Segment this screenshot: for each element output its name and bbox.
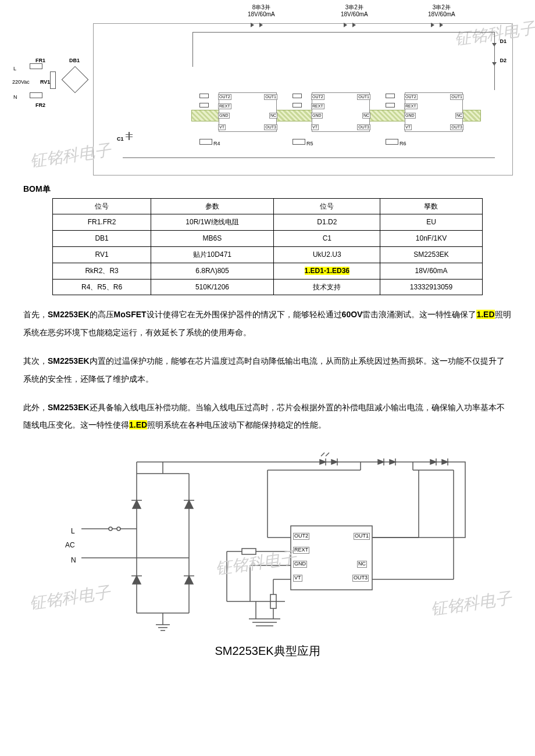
table-header-row: 位号 参数 位号 孥数 (53, 198, 482, 214)
svg-line-6 (326, 453, 329, 456)
col-ref-2: 位号 (274, 198, 380, 214)
svg-marker-19 (133, 500, 141, 508)
table-row: RkR2、R36.8RΛ)8051.ED1-1.ED3618V/60mA (53, 263, 482, 279)
schematic-typical-app: 钲铭科电子 钲铭科电子 钲铭科电子 (47, 445, 488, 636)
svg-marker-7 (378, 460, 384, 464)
col-ref-1: 位号 (53, 198, 151, 214)
svg-marker-13 (442, 460, 448, 464)
rv1-label: RV1 (40, 77, 50, 87)
led-icon (259, 23, 263, 27)
r5-label: R5 (306, 139, 313, 149)
led-icon (352, 23, 356, 27)
schematic-svg (47, 445, 488, 636)
varistor-icon (50, 71, 56, 89)
ac-input-label: 220Vac (12, 77, 30, 87)
d2-label: D2 (500, 56, 507, 66)
schematic-caption: SM2253EK典型应用 (23, 640, 512, 662)
paragraph-1: 首先，SM2253EK的高压MoSFET设计使得它在无外围保护器件的情况下，能够… (23, 306, 512, 342)
resistor-icon (293, 139, 305, 145)
resistor-icon (199, 94, 209, 98)
pin-out3: OUT3 (352, 575, 369, 582)
resistor-icon (386, 103, 395, 108)
svg-rect-0 (62, 66, 88, 92)
svg-marker-21 (133, 576, 141, 584)
resistor-icon (293, 94, 302, 98)
schematic-top: 钲铭科电子 钲铭科电子 8串3并 18V/60mA 3串2并 18V/60mA … (93, 23, 513, 175)
r6-label: R6 (400, 139, 406, 149)
pin-gnd: GND (293, 561, 307, 568)
led-strip-2-label: 3串2并 18V/60mA (341, 4, 368, 18)
svg-marker-3 (331, 460, 337, 464)
resistor-icon (293, 103, 302, 108)
svg-marker-25 (185, 576, 193, 584)
c1-label: C1 (117, 134, 124, 144)
resistor-icon (30, 92, 42, 98)
svg-point-30 (117, 527, 120, 531)
led-icon (251, 23, 254, 27)
watermark: 钲铭科电子 (28, 135, 113, 177)
resistor-icon (199, 103, 209, 108)
pin-out1: OUT1 (354, 533, 370, 540)
svg-marker-23 (185, 500, 193, 508)
table-row: DB1MB6SC110nF/1KV (53, 231, 482, 247)
fr2-label: FR2 (35, 101, 45, 110)
cell-ed-range: 1.ED1-1.ED36 (274, 263, 380, 279)
r4-label: R4 (213, 139, 220, 149)
svg-rect-48 (242, 549, 256, 554)
pin-vt: VT (293, 575, 302, 582)
paragraph-2: 其次，SM2253EK内置的过温保护功能，能够在芯片温度过高时自动降低输出电流，… (23, 352, 512, 388)
bom-table: 位号 参数 位号 孥数 FR1.FR210R/1W绕线电阻D1.D2EU DB1… (52, 198, 482, 296)
col-param-2: 孥数 (380, 198, 482, 214)
table-row: R4、R5、R6510K/1206技术支持13332913059 (53, 279, 482, 295)
ic-u3: OUT2 OUT1 REXT NC GND VT OUT3 (405, 92, 463, 132)
led-icon (440, 23, 443, 27)
ic-u2: OUT2 OUT1 REXT NC GND VT OUT3 (312, 92, 370, 132)
pin-nc: NC (357, 561, 367, 568)
l-terminal: L (71, 525, 75, 538)
led-icon (344, 23, 347, 27)
resistor-icon (30, 63, 42, 69)
l-terminal: L (13, 64, 16, 74)
svg-line-5 (321, 453, 324, 456)
led-strip-3-label: 3串2并 18V/60mA (428, 4, 455, 18)
table-row: RV1贴片10D471UkU2.U3SM2253EK (53, 246, 482, 263)
resistor-icon (199, 139, 212, 145)
pin-out2: OUT2 (293, 533, 309, 540)
d1-label: D1 (500, 37, 507, 46)
watermark: 钲铭科电子 (452, 13, 535, 55)
bom-heading: BOM单 (23, 181, 512, 197)
table-row: FR1.FR210R/1W绕线电阻D1.D2EU (53, 214, 482, 231)
svg-point-29 (109, 527, 112, 531)
ic-u1: OUT2 OUT1 REXT NC GND VT OUT3 (219, 92, 277, 132)
svg-marker-1 (320, 460, 326, 464)
col-param-1: 参数 (151, 198, 274, 214)
resistor-icon (386, 139, 398, 145)
svg-marker-11 (430, 460, 436, 464)
n-terminal: N (13, 92, 17, 102)
led-icon (431, 23, 434, 27)
ac-label: AC (65, 539, 75, 552)
svg-marker-9 (390, 460, 395, 464)
bridge-rectifier-icon (58, 62, 92, 97)
resistor-icon (386, 94, 395, 98)
paragraph-3: 此外，SM2253EK还具备输入线电压补偿功能。当输入线电压过高时，芯片会根据外… (23, 399, 512, 435)
n-terminal: N (71, 554, 76, 567)
pin-rext: REXT (293, 547, 309, 554)
led-strip-1-label: 8串3并 18V/60mA (248, 4, 275, 18)
